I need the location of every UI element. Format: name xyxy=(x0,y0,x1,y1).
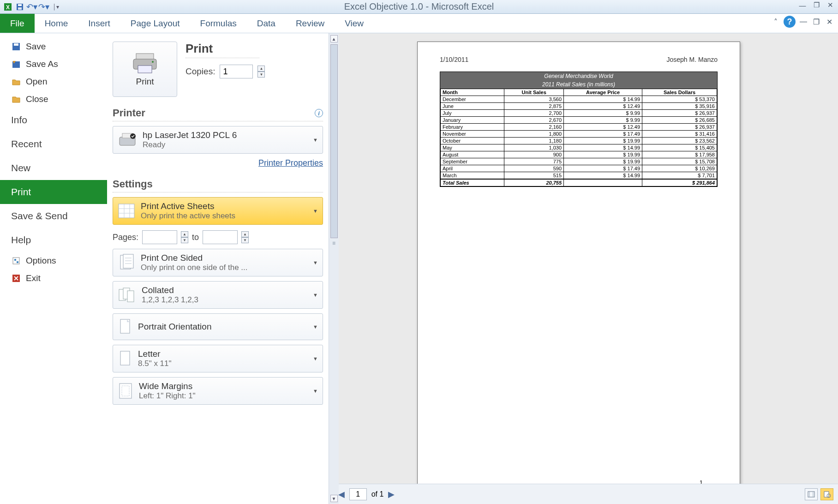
doc-minimize-button[interactable]: — xyxy=(798,18,808,26)
tab-page-layout[interactable]: Page Layout xyxy=(120,14,190,33)
tab-data[interactable]: Data xyxy=(247,14,286,33)
collate-title: Collated xyxy=(142,285,198,295)
preview-header-date: 1/10/2011 xyxy=(440,56,468,63)
page-total-label: of 1 xyxy=(371,490,384,498)
tab-view[interactable]: View xyxy=(335,14,374,33)
spinner-down-icon[interactable]: ▼ xyxy=(181,237,188,243)
svg-rect-19 xyxy=(119,204,134,218)
table-row: November1,800$ 17.49$ 31,416 xyxy=(441,131,717,138)
tab-insert[interactable]: Insert xyxy=(78,14,120,33)
pages-label: Pages: xyxy=(113,233,138,242)
nav-options[interactable]: Options xyxy=(0,252,107,270)
minimize-button[interactable]: — xyxy=(796,1,808,9)
copies-input[interactable] xyxy=(220,65,253,78)
excel-app-icon: X xyxy=(3,2,13,12)
nav-close[interactable]: Close xyxy=(0,90,107,108)
scroll-thumb[interactable] xyxy=(330,44,338,238)
total-label: Total Sales xyxy=(441,179,504,186)
svg-rect-6 xyxy=(14,43,18,46)
prev-page-button[interactable]: ◀ xyxy=(338,489,345,499)
spinner-up-icon[interactable]: ▲ xyxy=(257,66,265,72)
file-tab[interactable]: File xyxy=(0,14,35,33)
sides-selector[interactable]: Print One Sided Only print on one side o… xyxy=(113,249,323,276)
print-pane-scrollbar[interactable]: ▲ ≡ ▼ xyxy=(329,33,339,504)
print-what-selector[interactable]: Print Active Sheets Only print the activ… xyxy=(113,197,323,225)
close-button[interactable]: ✕ xyxy=(824,1,836,9)
nav-help[interactable]: Help xyxy=(0,228,107,252)
zoom-to-page-button[interactable] xyxy=(820,488,833,500)
one-sided-icon xyxy=(118,253,135,272)
nav-label: Save As xyxy=(26,59,58,69)
nav-label: Print xyxy=(11,186,31,198)
col-avg-price: Average Price xyxy=(564,89,642,96)
table-row: February2,160$ 12.49$ 26,937 xyxy=(441,124,717,131)
doc-restore-button[interactable]: ❐ xyxy=(811,18,821,26)
save-icon[interactable] xyxy=(15,2,25,12)
window-title: Excel Objective 1.0 - Microsoft Excel xyxy=(344,1,494,12)
svg-rect-33 xyxy=(120,351,130,365)
printer-info-icon[interactable]: i xyxy=(315,109,323,117)
total-units: 20,755 xyxy=(504,179,564,186)
margins-sub: Left: 1" Right: 1" xyxy=(139,391,196,401)
printer-name: hp LaserJet 1320 PCL 6 xyxy=(143,130,237,140)
printer-properties-link[interactable]: Printer Properties xyxy=(113,158,323,168)
paper-size-selector[interactable]: Letter 8.5" x 11" ▼ xyxy=(113,345,323,372)
restore-button[interactable]: ❐ xyxy=(810,1,822,9)
tab-home[interactable]: Home xyxy=(35,14,78,33)
print-heading: Print xyxy=(186,42,259,58)
spinner-up-icon[interactable]: ▲ xyxy=(241,231,249,237)
doc-close-button[interactable]: ✕ xyxy=(824,18,834,26)
nav-open[interactable]: Open xyxy=(0,73,107,90)
undo-icon[interactable]: ↶▾ xyxy=(27,2,37,12)
pages-range-row: Pages: ▲▼ to ▲▼ xyxy=(113,230,323,244)
show-margins-button[interactable] xyxy=(805,488,818,500)
printer-status: Ready xyxy=(143,140,237,150)
print-what-title: Print Active Sheets xyxy=(141,201,235,211)
next-page-button[interactable]: ▶ xyxy=(388,489,395,499)
nav-save-as[interactable]: Save As xyxy=(0,55,107,73)
spinner-down-icon[interactable]: ▼ xyxy=(241,237,249,243)
sides-title: Print One Sided xyxy=(141,253,248,263)
nav-save-send[interactable]: Save & Send xyxy=(0,204,107,228)
nav-label: Save xyxy=(26,42,46,52)
scroll-down-icon[interactable]: ▼ xyxy=(330,495,338,502)
tab-formulas[interactable]: Formulas xyxy=(190,14,247,33)
sheets-icon xyxy=(118,203,135,219)
orientation-selector[interactable]: Portrait Orientation ▼ xyxy=(113,313,323,340)
nav-label: Options xyxy=(26,256,56,266)
svg-rect-4 xyxy=(18,7,22,10)
printer-section-heading: Printer i xyxy=(113,107,323,121)
nav-save[interactable]: Save xyxy=(0,38,107,55)
help-icon[interactable]: ? xyxy=(784,16,796,28)
dropdown-arrow-icon: ▼ xyxy=(313,388,318,394)
nav-info[interactable]: Info xyxy=(0,108,107,132)
nav-print[interactable]: Print xyxy=(0,180,107,204)
minimize-ribbon-icon[interactable]: ˄ xyxy=(771,18,781,26)
spinner-up-icon[interactable]: ▲ xyxy=(181,231,188,237)
svg-rect-39 xyxy=(824,492,829,497)
nav-label: New xyxy=(11,162,30,174)
collate-selector[interactable]: Collated 1,2,3 1,2,3 1,2,3 ▼ xyxy=(113,281,323,309)
scroll-up-icon[interactable]: ▲ xyxy=(330,35,338,42)
table-row: January2,670$ 9.99$ 26,685 xyxy=(441,117,717,124)
nav-new[interactable]: New xyxy=(0,156,107,180)
nav-exit[interactable]: Exit xyxy=(0,270,107,287)
page-number-input[interactable] xyxy=(349,488,367,500)
margins-selector[interactable]: Wide Margins Left: 1" Right: 1" ▼ xyxy=(113,377,323,405)
table-row: June2,875$ 12.49$ 35,916 xyxy=(441,103,717,110)
titlebar: X ↶▾ ↷▾ │▾ Excel Objective 1.0 - Microso… xyxy=(0,0,838,14)
tab-review[interactable]: Review xyxy=(286,14,335,33)
orientation-title: Portrait Orientation xyxy=(138,322,211,332)
spinner-down-icon[interactable]: ▼ xyxy=(257,72,265,78)
pages-from-input[interactable] xyxy=(142,230,177,244)
print-button[interactable]: Print xyxy=(113,42,177,97)
redo-icon[interactable]: ↷▾ xyxy=(39,2,49,12)
preview-navbar: ◀ of 1 ▶ xyxy=(339,484,838,504)
preview-canvas: 1/10/2011 Joseph M. Manzo General Mercha… xyxy=(339,33,838,484)
qat-customize-icon[interactable]: │▾ xyxy=(51,2,61,12)
col-month: Month xyxy=(441,89,504,96)
pages-to-input[interactable] xyxy=(203,230,238,244)
nav-recent[interactable]: Recent xyxy=(0,132,107,156)
dropdown-arrow-icon: ▼ xyxy=(313,292,318,298)
printer-selector[interactable]: hp LaserJet 1320 PCL 6 Ready ▼ xyxy=(113,126,323,154)
